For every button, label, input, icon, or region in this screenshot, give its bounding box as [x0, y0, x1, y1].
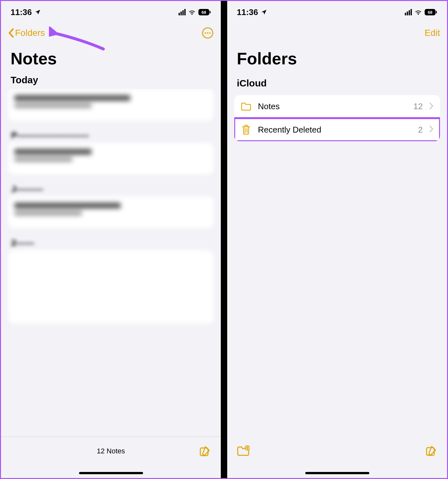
svg-point-4	[205, 32, 206, 34]
svg-text:68: 68	[428, 10, 432, 15]
status-time: 11:36	[237, 7, 258, 17]
new-folder-button[interactable]	[237, 444, 250, 457]
home-indicator[interactable]	[79, 472, 143, 474]
page-title: Notes	[1, 43, 221, 71]
location-icon	[261, 9, 267, 15]
svg-text:68: 68	[202, 10, 206, 15]
battery-icon: 68	[425, 9, 437, 15]
folder-row-recently-deleted[interactable]: Recently Deleted 2	[234, 118, 440, 141]
nav-bar: Edit	[227, 23, 447, 43]
cellular-signal-icon	[179, 9, 186, 15]
page-title: Folders	[227, 43, 447, 71]
folder-label: Recently Deleted	[258, 125, 412, 135]
chevron-right-icon	[429, 126, 434, 134]
toolbar: 12 Notes	[1, 436, 221, 465]
compose-button[interactable]	[425, 444, 437, 457]
folder-label: Notes	[258, 101, 407, 111]
svg-point-6	[209, 32, 211, 34]
chevron-left-icon	[8, 28, 14, 38]
folder-icon	[241, 101, 252, 112]
compose-icon	[199, 445, 211, 457]
compose-button[interactable]	[198, 445, 211, 458]
status-time: 11:36	[11, 7, 32, 17]
left-phone-screen: 11:36 68	[1, 1, 221, 478]
wifi-icon	[188, 9, 196, 15]
section-header-today: Today	[1, 71, 221, 89]
status-bar: 11:36 68	[227, 1, 447, 23]
folder-row-notes[interactable]: Notes 12	[234, 95, 440, 118]
ellipsis-circle-icon	[202, 27, 213, 39]
home-indicator[interactable]	[305, 472, 369, 474]
folder-count: 2	[418, 125, 423, 135]
right-phone-screen: 11:36 68	[227, 1, 447, 478]
battery-icon: 68	[198, 9, 211, 15]
edit-button[interactable]: Edit	[425, 28, 440, 38]
folder-list: Notes 12 Recently Deleted 2	[234, 95, 440, 141]
folder-count: 12	[413, 101, 423, 111]
back-button[interactable]: Folders	[8, 28, 45, 38]
cellular-signal-icon	[405, 9, 412, 15]
svg-point-5	[207, 32, 208, 34]
svg-rect-1	[210, 11, 211, 13]
section-header-icloud: iCloud	[227, 71, 447, 92]
svg-rect-9	[436, 11, 437, 13]
compose-icon	[425, 445, 437, 457]
blurred-notes-list: P———————— J——— 2——	[1, 89, 221, 436]
location-icon	[35, 9, 41, 15]
nav-bar: Folders	[1, 23, 221, 43]
more-button[interactable]	[202, 27, 214, 39]
chevron-right-icon	[429, 102, 434, 111]
new-folder-icon	[237, 445, 250, 456]
trash-icon	[241, 124, 252, 135]
status-bar: 11:36 68	[1, 1, 221, 23]
back-label: Folders	[15, 28, 45, 38]
wifi-icon	[414, 9, 422, 15]
screenshot-divider	[221, 1, 227, 478]
toolbar-count: 12 Notes	[97, 447, 125, 455]
toolbar	[227, 436, 447, 465]
